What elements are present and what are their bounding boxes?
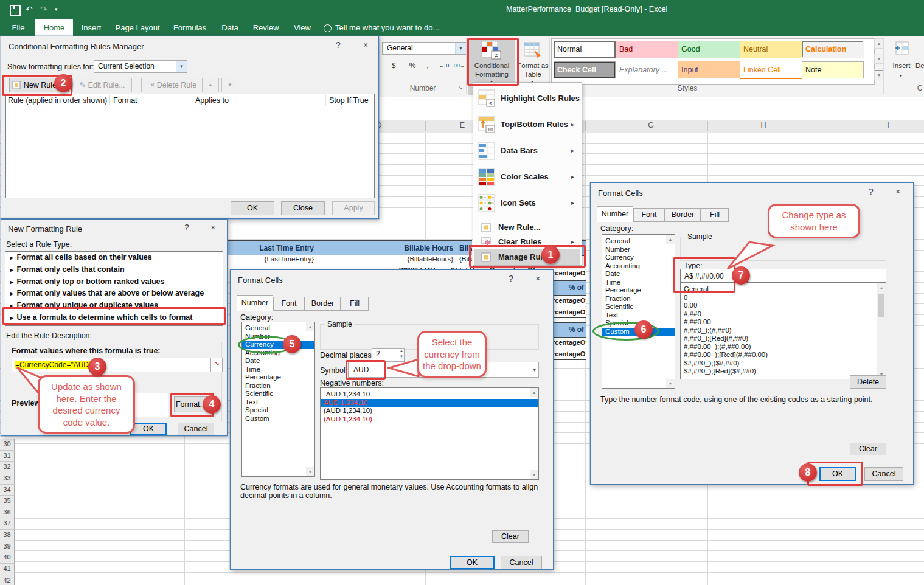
row-header[interactable]: 35: [0, 496, 15, 507]
category-option[interactable]: General: [242, 324, 314, 333]
row-header[interactable]: 39: [0, 541, 15, 553]
scroll-up-icon[interactable]: ▲: [877, 283, 886, 292]
tab-data[interactable]: Data: [214, 19, 246, 36]
negative-option[interactable]: (AUD 1,234.10): [321, 407, 538, 415]
style-linked-cell[interactable]: Linked Cell: [740, 61, 802, 80]
help-icon[interactable]: ?: [503, 274, 519, 283]
close-icon[interactable]: ×: [204, 223, 221, 232]
column-header-h[interactable]: H: [757, 121, 770, 130]
column-header-i[interactable]: I: [881, 121, 895, 130]
category-option[interactable]: Time: [242, 365, 314, 374]
ok-button[interactable]: OK: [231, 201, 274, 215]
type-option[interactable]: #,##0_);(#,##0): [681, 327, 886, 335]
edit-rule-button[interactable]: ✎ Edit Rule...: [72, 78, 132, 92]
move-down-button[interactable]: ▼: [221, 78, 238, 92]
tab-number[interactable]: Number: [597, 206, 633, 222]
undo-icon[interactable]: ↶: [26, 4, 33, 14]
rule-type-option[interactable]: ► Format only cells that contain: [5, 264, 223, 276]
category-option[interactable]: Date: [242, 357, 314, 365]
type-option[interactable]: 0.00: [681, 302, 886, 310]
category-option[interactable]: Date: [602, 270, 675, 279]
category-option[interactable]: Percentage: [242, 373, 314, 382]
category-option[interactable]: Custom: [242, 415, 314, 423]
accounting-format-button[interactable]: $: [384, 59, 403, 72]
ok-button[interactable]: OK: [450, 556, 495, 569]
row-header[interactable]: 36: [0, 507, 15, 519]
insert-cells-button[interactable]: Insert ▾: [887, 39, 916, 94]
gallery-more-icon[interactable]: ▼: [874, 69, 884, 80]
row-header[interactable]: 37: [0, 518, 15, 530]
menu-item-top-bottom-rules[interactable]: 10 Top/Bottom Rules ▸: [474, 112, 580, 138]
percent-style-button[interactable]: %: [405, 59, 420, 72]
menu-item-color-scales[interactable]: Color Scales ▸: [474, 164, 580, 190]
category-option[interactable]: Special: [242, 406, 314, 415]
delete-cells-label[interactable]: De: [915, 62, 924, 69]
close-icon[interactable]: ×: [529, 274, 547, 283]
rule-type-option[interactable]: ► Format only top or bottom ranked value…: [5, 276, 223, 288]
negative-option-selected[interactable]: AUD 1,234.10: [321, 399, 538, 407]
category-option[interactable]: General: [602, 237, 675, 246]
rule-type-option[interactable]: ► Format all cells based on their values: [5, 252, 223, 264]
type-option[interactable]: $#,##0_);($#,##0): [681, 359, 886, 368]
delete-rule-button[interactable]: × Delete Rule: [141, 78, 206, 92]
spin-up-icon[interactable]: ▲: [400, 349, 403, 353]
tab-font[interactable]: Font: [273, 297, 305, 311]
category-option[interactable]: Time: [602, 279, 675, 287]
scroll-up-icon[interactable]: ▲: [666, 235, 675, 244]
row-header[interactable]: 32: [0, 462, 15, 473]
close-icon[interactable]: ×: [356, 40, 375, 50]
cancel-button[interactable]: Cancel: [501, 556, 542, 569]
category-option[interactable]: Text: [242, 398, 314, 407]
menu-item-icon-sets[interactable]: Icon Sets ▸: [474, 190, 580, 216]
scroll-down-icon[interactable]: ▼: [306, 467, 314, 476]
quick-access-more-icon[interactable]: ▾: [55, 6, 58, 12]
cancel-button[interactable]: Cancel: [864, 467, 903, 481]
save-icon[interactable]: [10, 5, 21, 16]
style-bad[interactable]: Bad: [616, 41, 678, 58]
tab-review[interactable]: Review: [247, 19, 285, 36]
rules-list[interactable]: Rule (applied in order shown) Format App…: [5, 94, 375, 198]
negative-option[interactable]: (AUD 1,234.10): [321, 415, 538, 424]
row-header[interactable]: 41: [0, 564, 15, 575]
scroll-down-icon[interactable]: ▼: [530, 470, 538, 479]
menu-item-new-rule[interactable]: New Rule...: [474, 220, 580, 235]
scroll-up-icon[interactable]: ▲: [306, 322, 314, 331]
row-header[interactable]: 30: [0, 439, 15, 451]
apply-button[interactable]: Apply: [332, 201, 375, 215]
row-header[interactable]: 34: [0, 485, 15, 496]
help-icon[interactable]: ?: [179, 223, 195, 232]
help-icon[interactable]: ?: [863, 187, 879, 196]
row-header[interactable]: 31: [0, 451, 15, 462]
type-option[interactable]: #,##0.00: [681, 318, 886, 327]
increase-decimal-button[interactable]: ←.0: [437, 59, 451, 72]
category-option[interactable]: Number: [602, 246, 675, 254]
style-good[interactable]: Good: [678, 41, 740, 58]
row-header[interactable]: 38: [0, 530, 15, 541]
category-option[interactable]: Text: [602, 311, 675, 320]
style-input[interactable]: Input: [678, 61, 740, 78]
tab-font[interactable]: Font: [633, 208, 665, 222]
style-neutral[interactable]: Neutral: [740, 41, 802, 58]
ok-button[interactable]: OK: [130, 423, 167, 435]
style-note[interactable]: Note: [802, 61, 864, 78]
close-button[interactable]: Close: [281, 201, 325, 215]
type-option[interactable]: #,##0: [681, 310, 886, 319]
tab-number[interactable]: Number: [237, 295, 273, 311]
tab-insert[interactable]: Insert: [74, 19, 108, 36]
move-up-button[interactable]: ▲: [202, 78, 219, 92]
collapse-dialog-button[interactable]: ↘: [210, 358, 223, 372]
type-option[interactable]: 0: [681, 294, 886, 302]
clear-button[interactable]: Clear: [492, 530, 529, 543]
tab-page-layout[interactable]: Page Layout: [109, 19, 165, 36]
category-option[interactable]: Currency: [602, 254, 675, 262]
tab-home[interactable]: Home: [35, 19, 73, 36]
number-format-combo[interactable]: General ▾: [382, 42, 467, 55]
column-header-g[interactable]: G: [644, 121, 658, 130]
category-option[interactable]: Scientific: [242, 390, 314, 398]
tab-fill[interactable]: Fill: [701, 208, 729, 222]
category-option[interactable]: Percentage: [602, 286, 675, 295]
help-icon[interactable]: ?: [330, 40, 347, 50]
tab-border[interactable]: Border: [305, 297, 341, 311]
delete-button[interactable]: Delete: [850, 375, 886, 389]
type-option[interactable]: $#,##0_);[Red]($#,##0): [681, 367, 886, 376]
